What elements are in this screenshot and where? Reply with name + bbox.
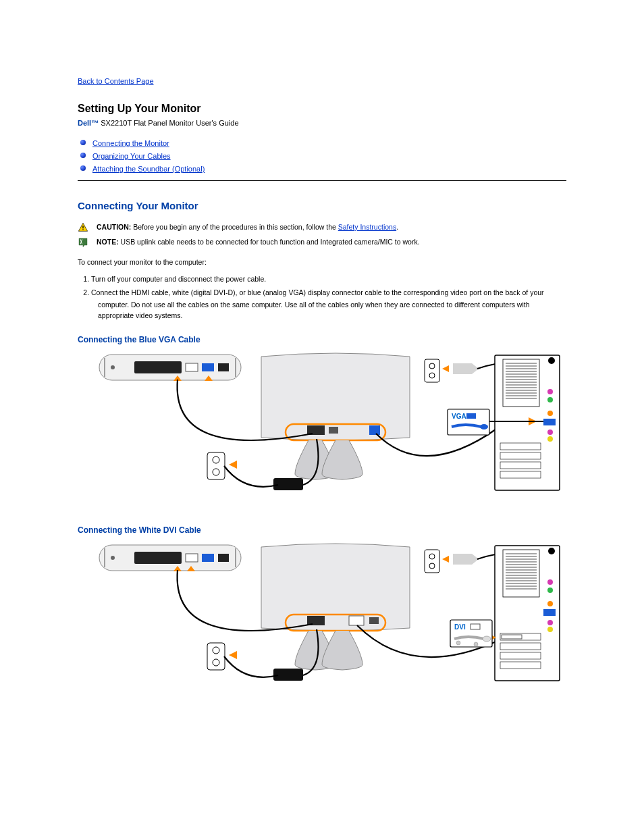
svg-rect-94 <box>500 643 541 650</box>
svg-point-101 <box>456 641 460 645</box>
svg-point-69 <box>429 563 435 569</box>
subheading-vga: Connecting the Blue VGA Cable <box>78 335 566 344</box>
svg-point-89 <box>547 601 553 606</box>
caution-label: CAUTION: <box>97 223 131 231</box>
svg-rect-41 <box>543 419 556 425</box>
svg-point-42 <box>547 429 553 435</box>
note-notice: NOTE: USB uplink cable needs to be conne… <box>78 237 566 248</box>
diagram-dvi: DVI <box>78 542 566 697</box>
svg-rect-44 <box>500 443 541 450</box>
svg-point-86 <box>548 548 555 554</box>
svg-rect-67 <box>425 550 439 573</box>
svg-rect-71 <box>503 550 539 597</box>
svg-point-39 <box>547 397 553 402</box>
svg-rect-46 <box>500 462 541 469</box>
svg-rect-99 <box>471 624 480 629</box>
svg-rect-57 <box>218 554 229 562</box>
svg-rect-13 <box>369 425 380 435</box>
step-2: Connect the HDMI cable, white (digital D… <box>91 287 566 299</box>
caution-text-pre: Before you begin any of the procedures i… <box>131 223 338 231</box>
svg-rect-56 <box>202 554 214 562</box>
svg-rect-55 <box>186 554 198 562</box>
svg-rect-54 <box>134 552 182 564</box>
svg-point-100 <box>483 636 491 642</box>
subtitle-text: SX2210T Flat Panel Monitor User's Guide <box>99 119 238 127</box>
toc-link-soundbar[interactable]: Attaching the Soundbar (Optional) <box>92 165 205 173</box>
svg-rect-47 <box>500 471 541 478</box>
svg-rect-22 <box>503 359 539 407</box>
svg-point-40 <box>547 411 553 416</box>
brand-name: Dell™ <box>78 119 99 127</box>
intro-text: To connect your monitor to the computer: <box>78 257 566 268</box>
caution-icon <box>78 222 90 233</box>
divider <box>78 180 566 181</box>
safety-instructions-link[interactable]: Safety Instructions <box>338 223 396 231</box>
svg-point-68 <box>429 554 435 559</box>
svg-point-92 <box>547 627 553 632</box>
back-to-contents-link[interactable]: Back to Contents Page <box>78 77 154 85</box>
svg-point-16 <box>213 469 219 475</box>
svg-point-91 <box>547 620 553 625</box>
svg-rect-96 <box>500 662 541 669</box>
svg-point-53 <box>111 556 115 560</box>
table-of-contents: Connecting the Monitor Organizing Your C… <box>78 136 566 175</box>
caution-text-post: . <box>396 223 398 231</box>
svg-rect-7 <box>202 363 214 371</box>
svg-point-15 <box>213 457 219 463</box>
svg-rect-45 <box>500 452 541 459</box>
svg-rect-49 <box>466 413 476 419</box>
svg-rect-1 <box>82 229 83 230</box>
svg-point-38 <box>547 389 553 394</box>
step-1: Turn off your computer and disconnect th… <box>91 273 566 286</box>
svg-rect-12 <box>329 427 338 434</box>
svg-rect-97 <box>502 635 522 639</box>
caution-notice: CAUTION: Before you begin any of the pro… <box>78 222 566 233</box>
note-icon <box>78 237 90 248</box>
subheading-dvi: Connecting the White DVI Cable <box>78 525 566 535</box>
svg-point-4 <box>111 365 115 369</box>
svg-point-102 <box>474 642 478 646</box>
svg-rect-0 <box>82 226 83 228</box>
svg-point-37 <box>548 357 555 364</box>
toc-link-organizing[interactable]: Organizing Your Cables <box>92 152 171 160</box>
svg-rect-61 <box>349 616 364 625</box>
svg-rect-62 <box>369 617 379 624</box>
vga-label: VGA <box>452 413 466 420</box>
svg-rect-8 <box>218 363 229 371</box>
svg-point-20 <box>429 373 435 378</box>
svg-point-19 <box>429 363 435 369</box>
svg-rect-18 <box>425 359 439 382</box>
svg-point-87 <box>547 579 553 585</box>
steps-list: Turn off your computer and disconnect th… <box>78 273 566 299</box>
page-subtitle: Dell™ SX2210T Flat Panel Monitor User's … <box>78 119 566 127</box>
step-2-pre: Connect the HDMI cable, white (digital D… <box>91 288 544 296</box>
toc-link-connecting[interactable]: Connecting the Monitor <box>92 139 169 147</box>
dvi-label: DVI <box>454 623 466 631</box>
svg-rect-90 <box>543 609 556 616</box>
page-title: Setting Up Your Monitor <box>78 103 566 115</box>
note-label: NOTE: <box>97 238 119 246</box>
svg-point-43 <box>547 436 553 442</box>
section-heading-connecting: Connecting Your Monitor <box>78 200 566 211</box>
step-2-post: computer. Do not use all the cables on t… <box>98 301 283 309</box>
diagram-vga: VGA <box>78 351 566 506</box>
svg-point-65 <box>213 659 219 666</box>
svg-point-64 <box>213 647 219 654</box>
step-2-continuation: computer. Do not use all the cables on t… <box>98 300 566 321</box>
svg-rect-6 <box>186 363 198 371</box>
svg-rect-5 <box>134 361 182 373</box>
svg-rect-95 <box>500 652 541 659</box>
svg-point-50 <box>480 424 488 429</box>
svg-point-88 <box>547 588 553 593</box>
note-text: USB uplink cable needs to be connected f… <box>119 238 420 246</box>
